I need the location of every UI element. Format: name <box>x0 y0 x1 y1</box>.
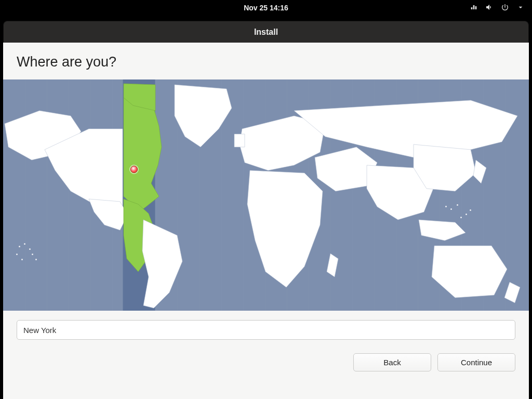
timezone-field-row <box>3 311 529 347</box>
back-button[interactable]: Back <box>353 353 431 371</box>
continue-button[interactable]: Continue <box>437 353 515 371</box>
world-map-svg <box>3 79 529 311</box>
window-title: Install <box>254 28 278 37</box>
network-icon[interactable] <box>470 3 478 13</box>
clock[interactable]: Nov 25 14:16 <box>244 4 288 12</box>
location-pin <box>130 166 138 173</box>
power-icon[interactable] <box>501 3 509 13</box>
page-heading: Where are you? <box>3 43 529 79</box>
wizard-buttons: Back Continue <box>3 347 529 371</box>
volume-icon[interactable] <box>485 3 494 13</box>
system-tray <box>470 3 525 13</box>
timezone-input[interactable] <box>17 320 515 340</box>
installer-content: Where are you? <box>3 43 529 399</box>
window-titlebar: Install <box>3 21 529 43</box>
chevron-down-icon[interactable] <box>516 3 525 13</box>
system-topbar: Nov 25 14:16 <box>0 0 532 16</box>
timezone-map[interactable] <box>3 79 529 311</box>
